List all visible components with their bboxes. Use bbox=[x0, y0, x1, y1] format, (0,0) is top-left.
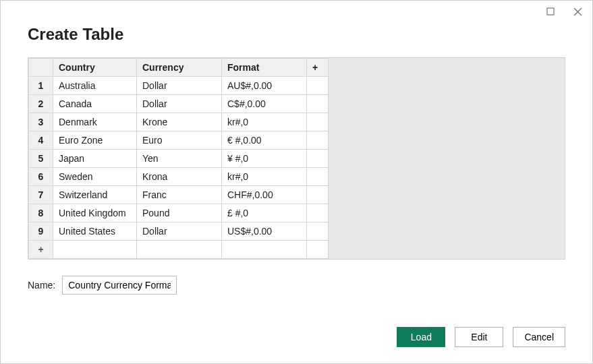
cell-empty[interactable] bbox=[307, 150, 329, 168]
cell-currency[interactable]: Krone bbox=[137, 113, 222, 131]
maximize-icon[interactable] bbox=[545, 6, 556, 17]
table-row[interactable]: 9United StatesDollarUS$#,0.00 bbox=[29, 222, 329, 241]
cell-empty[interactable] bbox=[307, 222, 329, 241]
cell-currency[interactable]: Dollar bbox=[137, 77, 222, 95]
row-number[interactable]: 6 bbox=[29, 168, 53, 186]
name-input[interactable] bbox=[62, 276, 177, 295]
row-number[interactable]: 4 bbox=[29, 131, 53, 150]
cell-empty[interactable] bbox=[307, 77, 329, 95]
table-row[interactable]: 3DenmarkKronekr#,0 bbox=[29, 113, 329, 131]
column-header-format[interactable]: Format bbox=[222, 59, 307, 77]
add-row-button[interactable]: + bbox=[29, 241, 329, 259]
load-button[interactable]: Load bbox=[397, 327, 445, 347]
cell-currency[interactable]: Krona bbox=[137, 168, 222, 186]
row-header-blank[interactable] bbox=[29, 59, 53, 77]
table-row[interactable]: 4Euro ZoneEuro€ #,0.00 bbox=[29, 131, 329, 150]
cell-empty[interactable] bbox=[307, 204, 329, 222]
table-row[interactable]: 1AustraliaDollarAU$#,0.00 bbox=[29, 77, 329, 95]
cell-empty[interactable] bbox=[307, 168, 329, 186]
row-number[interactable]: 1 bbox=[29, 77, 53, 95]
cell-format[interactable]: ¥ #,0 bbox=[222, 150, 307, 168]
cell-country[interactable]: Euro Zone bbox=[53, 131, 137, 150]
cell-format[interactable]: C$#,0.00 bbox=[222, 95, 307, 113]
table-row[interactable]: 8United KingdomPound£ #,0 bbox=[29, 204, 329, 222]
add-column-button[interactable]: + bbox=[307, 59, 329, 77]
dialog-title: Create Table bbox=[1, 17, 592, 57]
cell-format[interactable]: AU$#,0.00 bbox=[222, 77, 307, 95]
table-row[interactable]: 2CanadaDollarC$#,0.00 bbox=[29, 95, 329, 113]
cell-country[interactable]: United Kingdom bbox=[53, 204, 137, 222]
grid-blank-area bbox=[329, 58, 565, 259]
cell-country[interactable]: Sweden bbox=[53, 168, 137, 186]
cell-country[interactable]: United States bbox=[53, 222, 137, 241]
cell-country[interactable]: Australia bbox=[53, 77, 137, 95]
cell-country[interactable]: Denmark bbox=[53, 113, 137, 131]
cell-format[interactable]: CHF#,0.00 bbox=[222, 186, 307, 204]
add-row-symbol[interactable]: + bbox=[29, 241, 53, 259]
cell-empty[interactable] bbox=[307, 186, 329, 204]
row-number[interactable]: 2 bbox=[29, 95, 53, 113]
cell-currency[interactable]: Euro bbox=[137, 131, 222, 150]
cancel-button[interactable]: Cancel bbox=[513, 327, 565, 347]
cell-format[interactable]: kr#,0 bbox=[222, 168, 307, 186]
table-row[interactable]: 6SwedenKronakr#,0 bbox=[29, 168, 329, 186]
data-grid[interactable]: Country Currency Format + 1AustraliaDoll… bbox=[28, 58, 329, 259]
row-number[interactable]: 9 bbox=[29, 222, 53, 241]
row-number[interactable]: 3 bbox=[29, 113, 53, 131]
cell-format[interactable]: kr#,0 bbox=[222, 113, 307, 131]
cell-currency[interactable]: Pound bbox=[137, 204, 222, 222]
cell-currency[interactable]: Dollar bbox=[137, 222, 222, 241]
cell-country[interactable]: Switzerland bbox=[53, 186, 137, 204]
svg-rect-0 bbox=[547, 8, 554, 15]
cell-empty[interactable] bbox=[307, 113, 329, 131]
cell-format[interactable]: US$#,0.00 bbox=[222, 222, 307, 241]
row-number[interactable]: 8 bbox=[29, 204, 53, 222]
edit-button[interactable]: Edit bbox=[455, 327, 503, 347]
cell-empty[interactable] bbox=[307, 95, 329, 113]
data-grid-container: Country Currency Format + 1AustraliaDoll… bbox=[28, 57, 565, 260]
table-row[interactable]: 7SwitzerlandFrancCHF#,0.00 bbox=[29, 186, 329, 204]
cell-currency[interactable]: Yen bbox=[137, 150, 222, 168]
row-number[interactable]: 7 bbox=[29, 186, 53, 204]
column-header-country[interactable]: Country bbox=[53, 59, 137, 77]
cell-currency[interactable]: Dollar bbox=[137, 95, 222, 113]
cell-format[interactable]: € #,0.00 bbox=[222, 131, 307, 150]
close-icon[interactable] bbox=[572, 6, 583, 17]
cell-format[interactable]: £ #,0 bbox=[222, 204, 307, 222]
cell-currency[interactable]: Franc bbox=[137, 186, 222, 204]
cell-country[interactable]: Canada bbox=[53, 95, 137, 113]
row-number[interactable]: 5 bbox=[29, 150, 53, 168]
name-label: Name: bbox=[28, 280, 55, 291]
cell-empty[interactable] bbox=[307, 131, 329, 150]
column-header-currency[interactable]: Currency bbox=[137, 59, 222, 77]
table-row[interactable]: 5JapanYen¥ #,0 bbox=[29, 150, 329, 168]
cell-country[interactable]: Japan bbox=[53, 150, 137, 168]
